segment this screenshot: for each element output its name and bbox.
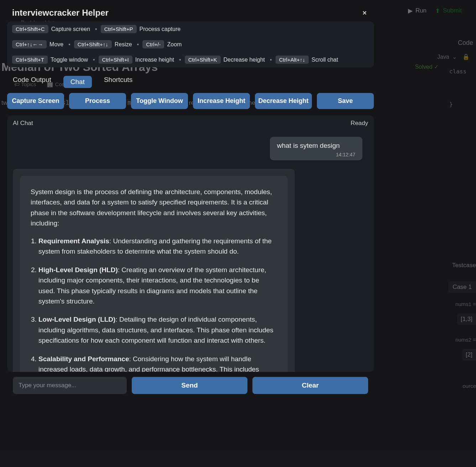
chat-input[interactable]: [13, 377, 127, 394]
ai-intro: System design is the process of defining…: [31, 187, 277, 229]
chat-panel: AI Chat Ready what is sytem design 14:12…: [7, 115, 374, 372]
tab-chat[interactable]: Chat: [63, 76, 92, 88]
close-icon[interactable]: ×: [360, 9, 369, 17]
chat-input-row: Send Clear: [7, 372, 374, 402]
shortcut-label: Resize: [115, 41, 132, 48]
tab-shortcuts[interactable]: Shortcuts: [104, 76, 132, 88]
send-button[interactable]: Send: [132, 377, 247, 394]
shortcut-key: Ctrl+Shift+C: [12, 25, 48, 33]
capture-screen-button[interactable]: Capture Screen: [7, 93, 64, 109]
shortcut-label: Process capture: [140, 26, 181, 32]
ai-list-item: Requirement Analysis: Understanding and …: [38, 236, 277, 257]
save-button[interactable]: Save: [317, 93, 374, 109]
shortcut-label: Toggle window: [51, 57, 88, 63]
chat-status: Ready: [351, 120, 368, 127]
ai-message: System design is the process of defining…: [13, 169, 295, 372]
user-message: what is sytem design 14:12:47: [270, 137, 362, 160]
shortcut-label: Move: [49, 41, 63, 48]
ai-list-item: Scalability and Performance: Considering…: [38, 354, 277, 372]
increase-height-button[interactable]: Increase Height: [193, 93, 250, 109]
helper-tabs: Code Output Chat Shortcuts: [7, 67, 374, 93]
shortcut-key: Ctrl+Alt+↑↓: [276, 56, 309, 64]
chat-title: AI Chat: [13, 120, 33, 127]
shortcut-key: Ctrl+Shift+T: [12, 56, 48, 64]
shortcut-key: Ctrl+Shift+P: [101, 25, 137, 33]
ai-list-item: High-Level Design (HLD): Creating an ove…: [38, 265, 277, 307]
shortcut-key: Ctrl+/-: [142, 40, 164, 48]
user-message-text: what is sytem design: [277, 142, 355, 150]
helper-modal: interviewcracker Helper × Ctrl+Shift+CCa…: [7, 4, 374, 402]
ai-list: Requirement Analysis: Understanding and …: [38, 236, 277, 372]
chat-scroll-area[interactable]: what is sytem design 14:12:47 System des…: [13, 130, 368, 372]
shortcut-key: Ctrl+Shift+K: [185, 56, 221, 64]
clear-button[interactable]: Clear: [252, 377, 368, 394]
process-button[interactable]: Process: [69, 93, 126, 109]
tab-code-output[interactable]: Code Output: [13, 76, 51, 88]
shortcut-label: Capture screen: [51, 26, 90, 32]
shortcut-bar: Ctrl+Shift+CCapture screenCtrl+Shift+PPr…: [7, 21, 374, 67]
helper-title: interviewcracker Helper: [12, 8, 109, 18]
shortcut-label: Scroll chat: [312, 57, 338, 63]
user-message-timestamp: 14:12:47: [277, 152, 355, 157]
action-row: Capture Screen Process Toggle Window Inc…: [7, 93, 374, 115]
toggle-window-button[interactable]: Toggle Window: [131, 93, 188, 109]
shortcut-key: Ctrl+↑↓←→: [12, 40, 47, 48]
shortcut-label: Increase height: [135, 57, 174, 63]
helper-title-bar: interviewcracker Helper ×: [7, 4, 374, 21]
shortcut-label: Decrease height: [224, 57, 265, 63]
decrease-height-button[interactable]: Decrease Height: [255, 93, 312, 109]
shortcut-key: Ctrl+Shift+↑↓: [74, 40, 112, 48]
ai-list-item: Low-Level Design (LLD): Detailing the de…: [38, 314, 277, 346]
shortcut-key: Ctrl+Shift+I: [99, 56, 132, 64]
shortcut-label: Zoom: [167, 41, 182, 48]
